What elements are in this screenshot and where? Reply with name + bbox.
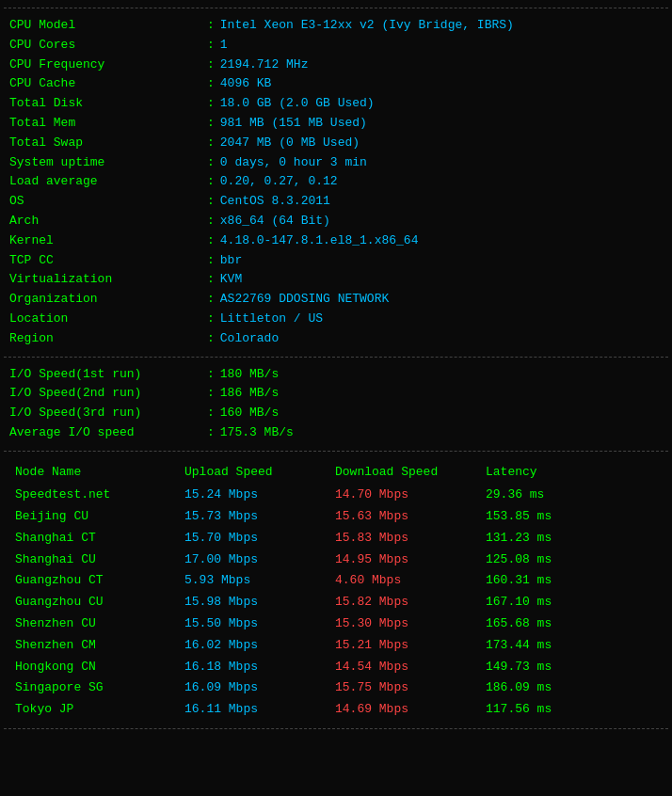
net-download: 15.21 Mbps: [335, 636, 486, 656]
sysinfo-colon: :: [207, 212, 215, 231]
network-row: Tokyo JP 16.11 Mbps 14.69 Mbps 117.56 ms: [9, 699, 663, 721]
net-upload: 5.93 Mbps: [184, 571, 335, 591]
sysinfo-row: CPU Frequency : 2194.712 MHz: [9, 56, 663, 75]
net-download: 15.83 Mbps: [335, 529, 486, 549]
sysinfo-label: Total Swap: [9, 134, 207, 153]
net-download: 14.95 Mbps: [335, 550, 486, 570]
sysinfo-row: CPU Cache : 4096 KB: [9, 74, 663, 94]
sysinfo-colon: :: [207, 134, 215, 153]
sysinfo-value: 0.20, 0.27, 0.12: [220, 172, 338, 192]
net-latency: 167.10 ms: [486, 593, 657, 613]
net-upload: 16.18 Mbps: [184, 658, 335, 677]
sysinfo-colon: :: [207, 16, 215, 36]
sysinfo-label: CPU Frequency: [9, 56, 207, 75]
io-value: 186 MB/s: [220, 384, 279, 404]
network-header-row: Node Name Upload Speed Download Speed La…: [9, 459, 663, 485]
network-row: Hongkong CN 16.18 Mbps 14.54 Mbps 149.73…: [9, 657, 663, 678]
network-row: Speedtest.net 15.24 Mbps 14.70 Mbps 29.3…: [9, 485, 663, 506]
network-row: Shenzhen CM 16.02 Mbps 15.21 Mbps 173.44…: [9, 635, 663, 657]
io-colon: :: [207, 404, 215, 423]
net-upload: 16.11 Mbps: [184, 700, 335, 720]
sysinfo-colon: :: [207, 290, 215, 310]
net-latency: 165.68 ms: [486, 614, 657, 634]
sysinfo-label: Location: [9, 310, 207, 329]
sysinfo-value: CentOS 8.3.2011: [220, 192, 330, 212]
net-latency: 29.36 ms: [486, 486, 657, 505]
sysinfo-value: AS22769 DDOSING NETWORK: [220, 290, 389, 310]
sysinfo-colon: :: [207, 74, 215, 94]
sysinfo-row: System uptime : 0 days, 0 hour 3 min: [9, 153, 663, 173]
net-upload: 15.70 Mbps: [184, 529, 335, 549]
sysinfo-value: Intel Xeon E3-12xx v2 (Ivy Bridge, IBRS): [220, 16, 514, 36]
sysinfo-row: Location : Littleton / US: [9, 310, 663, 329]
sysinfo-row: Virtualization : KVM: [9, 270, 663, 290]
network-row: Shenzhen CU 15.50 Mbps 15.30 Mbps 165.68…: [9, 613, 663, 635]
net-node: Singapore SG: [15, 678, 184, 698]
col-header-node: Node Name: [15, 461, 184, 483]
io-row: I/O Speed(2nd run) : 186 MB/s: [9, 384, 663, 404]
network-row: Singapore SG 16.09 Mbps 15.75 Mbps 186.0…: [9, 677, 663, 699]
sysinfo-io-divider: [4, 357, 668, 358]
sysinfo-value: x86_64 (64 Bit): [220, 212, 330, 231]
sysinfo-label: CPU Model: [9, 16, 207, 36]
sysinfo-row: TCP CC : bbr: [9, 251, 663, 271]
net-upload: 15.50 Mbps: [184, 614, 335, 634]
net-upload: 16.09 Mbps: [184, 678, 335, 698]
sysinfo-label: Load average: [9, 172, 207, 192]
sysinfo-colon: :: [207, 329, 215, 349]
sysinfo-colon: :: [207, 251, 215, 271]
net-download: 15.82 Mbps: [335, 593, 486, 613]
sysinfo-colon: :: [207, 114, 215, 134]
io-section: I/O Speed(1st run) : 180 MB/s I/O Speed(…: [4, 361, 668, 447]
sysinfo-colon: :: [207, 56, 215, 75]
sysinfo-colon: :: [207, 94, 215, 114]
sysinfo-label: CPU Cores: [9, 36, 207, 56]
sysinfo-label: Total Mem: [9, 114, 207, 134]
sysinfo-row: CPU Cores : 1: [9, 36, 663, 56]
network-row: Shanghai CU 17.00 Mbps 14.95 Mbps 125.08…: [9, 549, 663, 571]
sysinfo-colon: :: [207, 192, 215, 212]
network-rows: Speedtest.net 15.24 Mbps 14.70 Mbps 29.3…: [9, 485, 663, 721]
network-row: Beijing CU 15.73 Mbps 15.63 Mbps 153.85 …: [9, 506, 663, 528]
network-row: Shanghai CT 15.70 Mbps 15.83 Mbps 131.23…: [9, 528, 663, 549]
col-header-latency: Latency: [486, 461, 657, 483]
sysinfo-value: Colorado: [220, 329, 279, 349]
sysinfo-label: Total Disk: [9, 94, 207, 114]
net-upload: 15.73 Mbps: [184, 507, 335, 527]
net-upload: 15.24 Mbps: [184, 486, 335, 505]
sysinfo-colon: :: [207, 231, 215, 251]
network-row: Guangzhou CU 15.98 Mbps 15.82 Mbps 167.1…: [9, 592, 663, 613]
net-download: 14.54 Mbps: [335, 658, 486, 677]
net-node: Shenzhen CU: [15, 614, 184, 634]
net-upload: 16.02 Mbps: [184, 636, 335, 656]
sysinfo-row: Load average : 0.20, 0.27, 0.12: [9, 172, 663, 192]
sysinfo-row: Total Swap : 2047 MB (0 MB Used): [9, 134, 663, 153]
net-node: Shanghai CU: [15, 550, 184, 570]
io-colon: :: [207, 365, 215, 385]
io-value: 160 MB/s: [220, 404, 279, 423]
net-download: 15.63 Mbps: [335, 507, 486, 527]
sysinfo-colon: :: [207, 36, 215, 56]
sysinfo-label: CPU Cache: [9, 74, 207, 94]
sysinfo-value: 2047 MB (0 MB Used): [220, 134, 360, 153]
sysinfo-colon: :: [207, 172, 215, 192]
io-net-divider: [4, 451, 668, 452]
io-row: Average I/O speed : 175.3 MB/s: [9, 423, 663, 443]
sysinfo-label: Virtualization: [9, 270, 207, 290]
net-node: Shenzhen CM: [15, 636, 184, 656]
net-latency: 173.44 ms: [486, 636, 657, 656]
net-download: 15.75 Mbps: [335, 678, 486, 698]
sysinfo-row: Organization : AS22769 DDOSING NETWORK: [9, 290, 663, 310]
network-row: Guangzhou CT 5.93 Mbps 4.60 Mbps 160.31 …: [9, 570, 663, 592]
io-colon: :: [207, 423, 215, 443]
top-divider: [4, 8, 668, 8]
io-label: I/O Speed(2nd run): [9, 384, 207, 404]
network-section: Node Name Upload Speed Download Speed La…: [4, 455, 668, 724]
sysinfo-value: 1: [220, 36, 228, 56]
sysinfo-row: Region : Colorado: [9, 329, 663, 349]
sysinfo-value: Littleton / US: [220, 310, 323, 329]
sysinfo-label: Arch: [9, 212, 207, 231]
io-row: I/O Speed(3rd run) : 160 MB/s: [9, 404, 663, 423]
sysinfo-value: bbr: [220, 251, 242, 271]
sysinfo-row: Total Mem : 981 MB (151 MB Used): [9, 114, 663, 134]
